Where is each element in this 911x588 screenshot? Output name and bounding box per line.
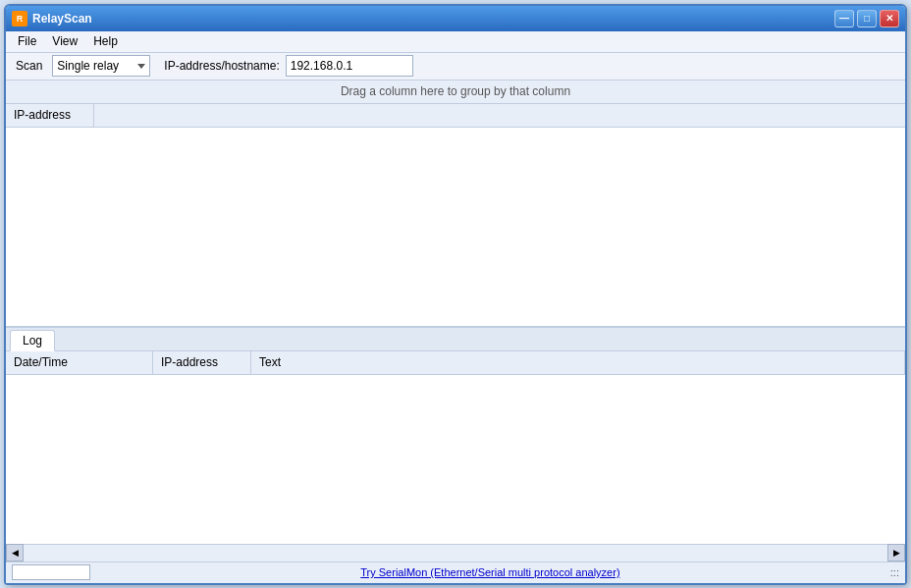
log-col-datetime: Date/Time	[6, 351, 153, 374]
title-bar-left: R RelayScan	[12, 11, 92, 27]
serial-mon-link[interactable]: Try SerialMon (Ethernet/Serial multi pro…	[360, 566, 619, 578]
status-bar: Try SerialMon (Ethernet/Serial multi pro…	[6, 561, 905, 583]
relay-type-label: Single relay	[57, 59, 134, 73]
app-icon: R	[12, 11, 27, 27]
status-input[interactable]	[12, 564, 90, 580]
status-dots: :::	[890, 566, 899, 578]
log-table-body[interactable]	[6, 375, 905, 544]
log-section: Log Date/Time IP-address Text ◀ ▶	[6, 326, 905, 561]
scroll-left-button[interactable]: ◀	[6, 544, 24, 561]
scan-button[interactable]: Scan	[12, 57, 46, 75]
log-col-text: Text	[251, 351, 905, 374]
scroll-right-button[interactable]: ▶	[887, 544, 905, 561]
menu-view[interactable]: View	[44, 32, 85, 50]
main-content: Drag a column here to group by that colu…	[6, 80, 905, 326]
ip-address-input[interactable]	[286, 55, 413, 77]
toolbar: Scan Single relay IP-address/hostname:	[6, 53, 905, 80]
log-col-ip: IP-address	[153, 351, 251, 374]
col-header-ip: IP-address	[6, 104, 94, 127]
log-table-header: Date/Time IP-address Text	[6, 351, 905, 375]
scan-table-header: IP-address	[6, 104, 905, 128]
menu-bar: File View Help	[6, 31, 905, 53]
menu-help[interactable]: Help	[85, 32, 126, 50]
ip-address-label: IP-address/hostname:	[164, 59, 279, 73]
title-bar: R RelayScan — □ ✕	[6, 6, 905, 31]
minimize-button[interactable]: —	[834, 10, 854, 27]
title-buttons: — □ ✕	[834, 10, 899, 27]
log-tabs: Log	[6, 328, 905, 351]
scroll-track[interactable]	[24, 545, 887, 561]
dropdown-arrow-icon	[137, 64, 145, 69]
close-button[interactable]: ✕	[880, 10, 899, 27]
menu-file[interactable]: File	[10, 32, 44, 50]
tab-log[interactable]: Log	[10, 330, 55, 351]
maximize-button[interactable]: □	[857, 10, 877, 27]
relay-type-dropdown[interactable]: Single relay	[52, 55, 150, 77]
window-title: RelayScan	[32, 12, 92, 26]
main-window: R RelayScan — □ ✕ File View Help Scan Si…	[4, 4, 907, 585]
horizontal-scrollbar[interactable]: ◀ ▶	[6, 544, 905, 561]
group-drag-header: Drag a column here to group by that colu…	[6, 80, 905, 104]
scan-table-body[interactable]	[6, 128, 905, 326]
